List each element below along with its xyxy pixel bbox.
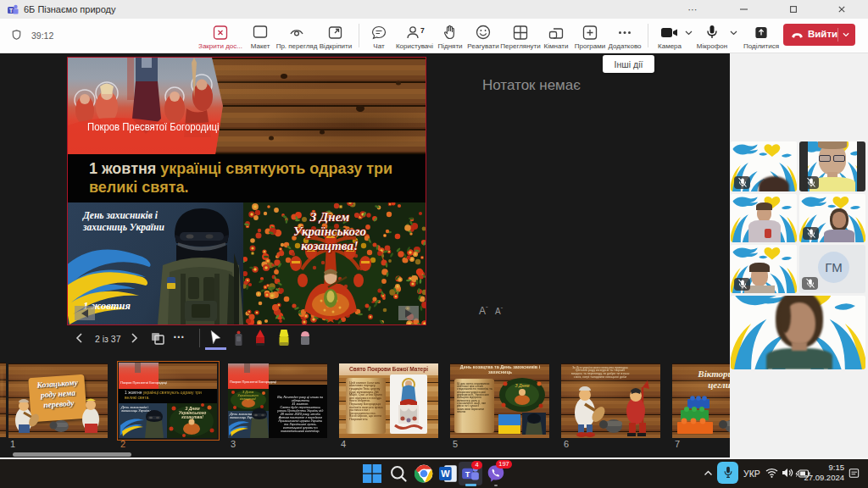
svg-text:T: T: [9, 8, 13, 14]
svg-text:З Днем: З Днем: [515, 383, 530, 388]
svg-text:W: W: [441, 469, 450, 479]
svg-text:T: T: [465, 470, 470, 479]
